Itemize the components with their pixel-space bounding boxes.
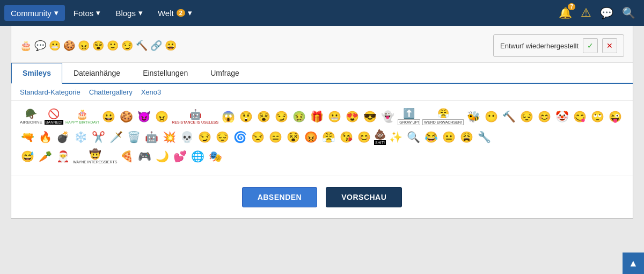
smiley-face16[interactable]: 🔨 — [501, 110, 517, 123]
smiley3-face9[interactable]: 🎭 — [208, 150, 223, 163]
smiley-face19[interactable]: 🤡 — [554, 110, 570, 123]
smiley-face22[interactable]: 😜 — [608, 110, 623, 123]
nav-blogs-chevron: ▾ — [138, 8, 143, 18]
smiley3-face8[interactable]: 🌐 — [190, 150, 206, 163]
smiley2-face5[interactable]: ✂️ — [91, 131, 106, 143]
smiley2-face24[interactable]: 😐 — [441, 131, 457, 143]
smiley2-face13[interactable]: 🌀 — [232, 131, 248, 143]
preview-button[interactable]: VORSCHAU — [326, 187, 402, 207]
smiley2-face10[interactable]: 💀 — [179, 131, 195, 143]
smiley2-face26[interactable]: 🔧 — [477, 131, 492, 143]
nav-welt-chevron: ▾ — [188, 8, 192, 18]
smiley-face8[interactable]: 🤢 — [291, 110, 307, 123]
smiley2-face11[interactable]: 😏 — [197, 131, 213, 143]
smiley3-face4[interactable]: 🍕 — [119, 150, 135, 163]
smiley2-face20[interactable]: 😊 — [356, 131, 372, 143]
smiley2-face2[interactable]: 🔥 — [38, 131, 53, 143]
main-wrapper: 🎂 💬 😬 🍪 😠 😵 🙂 😏 🔨 🔗 😀 Entwurf wiederherg… — [11, 26, 633, 219]
smiley-banned[interactable]: 🚫 BANNED! — [45, 108, 63, 125]
smiley2-face3[interactable]: 💣 — [55, 131, 71, 143]
bell-badge: 7 — [568, 3, 575, 10]
smiley-face11[interactable]: 😍 — [345, 110, 360, 123]
nav-item-community[interactable]: Community ▾ — [4, 5, 65, 21]
smiley2-face21[interactable]: ✨ — [388, 131, 404, 143]
tab-einstellungen[interactable]: Einstellungen — [131, 63, 199, 84]
tab-smileys[interactable]: Smileys — [11, 63, 62, 84]
smiley-resistance[interactable]: 🤖 RESISTANCE IS USELESS — [172, 109, 218, 124]
nav-item-welt[interactable]: Welt 2 ▾ — [151, 5, 199, 21]
editor-emoji-row: 🎂 💬 😬 🍪 😠 😵 🙂 😏 🔨 🔗 😀 — [20, 40, 177, 52]
smiley2-face14[interactable]: 😒 — [250, 131, 266, 143]
smiley2-face19[interactable]: 😘 — [339, 131, 354, 143]
tab-dateianhaenge[interactable]: Dateianhänge — [62, 63, 131, 84]
smiley3-face2[interactable]: 🥕 — [38, 150, 53, 163]
smiley3-face1[interactable]: 😅 — [20, 150, 35, 163]
cat-xeno3[interactable]: Xeno3 — [141, 88, 162, 96]
smiley3-face3[interactable]: 🎅 — [55, 150, 71, 163]
bell-icon-button[interactable]: 🔔 7 — [559, 6, 572, 19]
smiley-airborne[interactable]: 🪖 AIRBORNE — [20, 108, 42, 125]
smiley2-face22[interactable]: 🔍 — [406, 131, 421, 143]
warning-icon-button[interactable]: ⚠ — [581, 6, 591, 20]
smiley-face15[interactable]: 😶 — [484, 110, 499, 123]
smiley2-face16[interactable]: 😵 — [286, 131, 301, 143]
smiley2-face12[interactable]: 😔 — [215, 131, 230, 143]
smiley-birthday[interactable]: 🎂 HAPPY BIRTHDAY! — [65, 109, 99, 124]
warning-icon: ⚠ — [581, 6, 591, 20]
search-icon-button[interactable]: 🔍 — [622, 6, 635, 19]
smiley-face3[interactable]: 😠 — [154, 110, 170, 123]
smiley-wayne[interactable]: 🤠 WAYNE INTERESSIERTS — [73, 148, 117, 164]
smiley-face17[interactable]: 😔 — [519, 110, 535, 123]
cat-chattergallery[interactable]: Chattergallery — [89, 88, 133, 96]
smiley3-face5[interactable]: 🎮 — [137, 150, 152, 163]
action-bar: ABSENDEN VORSCHAU — [11, 176, 633, 218]
smiley2-face15[interactable]: 😑 — [268, 131, 283, 143]
smiley-face6[interactable]: 😵 — [256, 110, 272, 123]
tab-umfrage[interactable]: Umfrage — [199, 63, 251, 84]
nav-blogs-label: Blogs — [115, 9, 136, 18]
smiley3-face6[interactable]: 🌙 — [155, 150, 170, 163]
smiley2-face23[interactable]: 😂 — [423, 131, 439, 143]
smiley-face1[interactable]: 😀 — [101, 110, 116, 123]
smiley-werderwachsen[interactable]: 😤 WERD ERWACHSEN! — [422, 107, 463, 125]
smiley-face20[interactable]: 😋 — [572, 110, 588, 123]
smiley-cookie[interactable]: 🍪 — [119, 110, 134, 123]
chat-icon-button[interactable]: 💬 — [600, 6, 613, 19]
send-button[interactable]: ABSENDEN — [242, 187, 318, 207]
smiley2-face6[interactable]: 🗡️ — [108, 131, 124, 143]
smiley2-face8[interactable]: 🤖 — [144, 131, 159, 143]
smiley-face13[interactable]: 👻 — [380, 110, 396, 123]
nav-welt-badge: 2 — [177, 9, 185, 17]
smiley2-face18[interactable]: 😤 — [321, 131, 336, 143]
nav-item-blogs[interactable]: Blogs ▾ — [109, 5, 149, 21]
smiley-face7[interactable]: 😏 — [274, 110, 289, 123]
smiley2-face9[interactable]: 💥 — [162, 131, 177, 143]
nav-fotos-chevron: ▾ — [96, 8, 100, 18]
draft-restored-notice: Entwurf wiederhergestellt ✓ ✕ — [493, 34, 624, 57]
smiley-face12[interactable]: 😎 — [362, 110, 378, 123]
smiley-shit[interactable]: 💩 SHIT! — [374, 128, 386, 145]
cat-standard[interactable]: Standard-Kategorie — [20, 88, 80, 96]
smiley2-face25[interactable]: 😩 — [459, 131, 474, 143]
smiley-face21[interactable]: 🙄 — [590, 110, 605, 123]
chat-icon: 💬 — [600, 6, 613, 19]
nav-right: 🔔 7 ⚠ 💬 🔍 — [559, 6, 640, 20]
smiley-face10[interactable]: 😬 — [327, 110, 342, 123]
editor-area: 🎂 💬 😬 🍪 😠 😵 🙂 😏 🔨 🔗 😀 Entwurf wiederherg… — [11, 26, 633, 63]
emoji-row-2: 🔫 🔥 💣 ❄️ ✂️ 🗡️ 🗑️ 🤖 💥 💀 😏 😔 🌀 😒 😑 😵 😡 😤 … — [20, 128, 624, 145]
smiley-growup[interactable]: ⬆️ GROW UP! — [398, 107, 420, 125]
draft-confirm-button[interactable]: ✓ — [583, 38, 598, 53]
smiley-face5[interactable]: 😲 — [238, 110, 254, 123]
smiley2-face7[interactable]: 🗑️ — [126, 131, 142, 143]
smiley2-face1[interactable]: 🔫 — [20, 131, 35, 143]
nav-item-fotos[interactable]: Fotos ▾ — [67, 5, 107, 21]
smiley3-face7[interactable]: 💕 — [172, 150, 188, 163]
draft-cancel-button[interactable]: ✕ — [602, 38, 617, 53]
smiley2-face4[interactable]: ❄️ — [73, 131, 89, 143]
smiley-face18[interactable]: 😊 — [537, 110, 552, 123]
smiley2-face17[interactable]: 😡 — [303, 131, 319, 143]
smiley-face9[interactable]: 🎁 — [309, 110, 325, 123]
smiley-face4[interactable]: 😱 — [221, 110, 236, 123]
smiley-face2[interactable]: 😈 — [136, 110, 152, 123]
smiley-face14[interactable]: 🐝 — [466, 110, 481, 123]
